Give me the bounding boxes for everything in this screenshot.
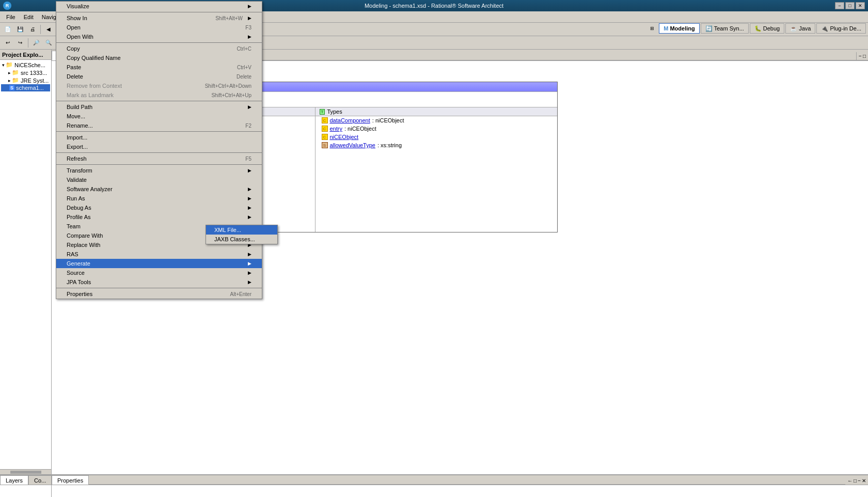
back-btn[interactable]: ◀ — [43, 24, 54, 35]
ctx-show-in-arrow: ▶ — [248, 15, 251, 21]
complex-icon-0: C — [322, 117, 328, 123]
ctx-mark-landmark-shortcut: Shift+Ctrl+Alt+Up — [211, 92, 251, 98]
ctx-delete-label: Delete — [67, 73, 83, 80]
ctx-remove-context-label: Remove from Context — [67, 83, 122, 89]
gen-item-jaxb[interactable]: JAXB Classes... — [206, 235, 277, 244]
jre-icon: 📁 — [12, 77, 19, 84]
context-menu[interactable]: Visualize ▶ Show In Shift+Alt+W ▶ Open F… — [56, 1, 262, 299]
ctx-open[interactable]: Open F3 — [56, 23, 262, 32]
save-btn[interactable]: 💾 — [14, 24, 26, 35]
ctx-show-in[interactable]: Show In Shift+Alt+W ▶ — [56, 13, 262, 23]
new-btn[interactable]: 📄 — [2, 24, 13, 35]
ctx-refresh[interactable]: Refresh F5 — [56, 154, 262, 163]
ctx-copy-qualified[interactable]: Copy Qualified Name — [56, 53, 262, 63]
ctx-source-label: Source — [67, 270, 85, 276]
ctx-jpa-tools-label: JPA Tools — [67, 279, 91, 285]
menu-file[interactable]: File — [2, 13, 20, 21]
project-tree[interactable]: ▾ 📁 NiCESche... ▸ 📁 src 1333... ▸ 📁 JRE … — [0, 60, 51, 469]
ctx-visualize[interactable]: Visualize ▶ — [56, 2, 262, 11]
tree-label-1: src 1333... — [21, 70, 47, 76]
ctx-copy[interactable]: Copy Ctrl+C — [56, 44, 262, 53]
zoom-in-btn[interactable]: 🔍 — [43, 37, 54, 49]
console-mini-tab[interactable]: Co... — [28, 475, 52, 485]
ctx-build-path[interactable]: Build Path ▶ — [56, 102, 262, 112]
ctx-rename-label: Rename... — [67, 122, 93, 129]
perspective-java[interactable]: ☕ Java — [785, 23, 815, 34]
perspective-plugin[interactable]: 🔌 Plug-in De... — [816, 23, 866, 34]
tree-item-src[interactable]: ▸ 📁 src 1333... — [1, 69, 50, 76]
types-icon: T — [320, 109, 325, 115]
restore-perspective-btn[interactable]: ⊞ — [646, 23, 658, 34]
ctx-debug-as[interactable]: Debug As ▶ — [56, 203, 262, 212]
left-panel-scrollbar[interactable] — [0, 469, 51, 474]
type-allowedvaluetype[interactable]: S allowedValueType : xs:string — [315, 141, 558, 149]
tree-label-3: schema1... — [16, 85, 44, 91]
type-link-niceobject[interactable]: niCEObject — [330, 134, 359, 140]
ctx-validate[interactable]: Validate — [56, 175, 262, 184]
ctx-run-as[interactable]: Run As ▶ — [56, 194, 262, 203]
zoom-out-btn[interactable]: 🔎 — [30, 37, 42, 49]
ctx-profile-as-arrow: ▶ — [248, 214, 251, 220]
ctx-move-label: Move... — [67, 113, 85, 119]
type-entry[interactable]: C entry : niCEObject — [315, 125, 558, 133]
properties-tab[interactable]: Properties — [52, 475, 89, 485]
java-icon: ☕ — [790, 25, 797, 32]
ctx-jpa-tools-arrow: ▶ — [248, 279, 251, 285]
editor-minimize-icon[interactable]: − — [859, 53, 862, 59]
ctx-profile-as[interactable]: Profile As ▶ — [56, 212, 262, 222]
editor-maximize-icon[interactable]: □ — [863, 53, 866, 59]
properties-close-icon[interactable]: ✕ — [862, 478, 866, 484]
menu-edit[interactable]: Edit — [20, 13, 38, 21]
ctx-open-with[interactable]: Open With ▶ — [56, 32, 262, 41]
complex-icon-1: C — [322, 126, 328, 132]
tree-item-niceschema[interactable]: ▾ 📁 NiCESche... — [1, 61, 50, 69]
ctx-mark-landmark: Mark as Landmark Shift+Ctrl+Alt+Up — [56, 90, 262, 100]
properties-maximize-icon[interactable]: − — [858, 478, 861, 484]
tree-item-jre[interactable]: ▸ 📁 JRE Syst... — [1, 76, 50, 84]
close-button[interactable]: ✕ — [856, 2, 865, 9]
ctx-move[interactable]: Move... — [56, 112, 262, 121]
gen-item-xml[interactable]: XML File... — [206, 225, 277, 235]
schema-file-icon: S — [9, 85, 14, 90]
redo-btn[interactable]: ↪ — [14, 37, 26, 49]
properties-restore-icon[interactable]: □ — [854, 478, 857, 484]
type-link-entry[interactable]: entry — [330, 126, 342, 132]
ctx-open-label: Open — [67, 24, 81, 30]
ctx-software-analyzer[interactable]: Software Analyzer ▶ — [56, 184, 262, 194]
plugin-icon: 🔌 — [821, 25, 828, 32]
type-niceobject[interactable]: C niCEObject — [315, 133, 558, 141]
layers-tab[interactable]: Layers — [0, 475, 28, 485]
tree-item-schema1[interactable]: S schema1... — [1, 84, 50, 91]
window-controls[interactable]: − □ ✕ — [835, 2, 865, 9]
ctx-transform[interactable]: Transform ▶ — [56, 166, 262, 175]
ctx-rename[interactable]: Rename... F2 — [56, 121, 262, 130]
ctx-source[interactable]: Source ▶ — [56, 268, 262, 277]
ctx-rename-shortcut: F2 — [245, 123, 251, 129]
ctx-import[interactable]: Import... — [56, 133, 262, 142]
ctx-paste[interactable]: Paste Ctrl+V — [56, 63, 262, 72]
perspective-modeling[interactable]: M Modeling — [659, 23, 699, 34]
generate-submenu[interactable]: XML File... JAXB Classes... — [206, 225, 278, 244]
type-datacomponent[interactable]: C dataComponent : niCEObject — [315, 116, 558, 125]
ctx-run-as-arrow: ▶ — [248, 196, 251, 201]
ctx-export[interactable]: Export... — [56, 142, 262, 151]
perspective-debug[interactable]: 🐛 Debug — [750, 23, 784, 34]
ctx-transform-label: Transform — [67, 167, 92, 174]
ctx-delete[interactable]: Delete Delete — [56, 72, 262, 81]
ctx-generate[interactable]: Generate ▶ — [56, 259, 262, 268]
window-title: Modeling - schema1.xsd - Rational® Softw… — [365, 3, 503, 9]
ctx-jpa-tools[interactable]: JPA Tools ▶ — [56, 277, 262, 287]
ctx-sep-5 — [56, 152, 262, 153]
minimize-button[interactable]: − — [835, 2, 844, 9]
properties-minimize-icon[interactable]: ← — [847, 478, 853, 484]
ctx-properties[interactable]: Properties Alt+Enter — [56, 289, 262, 299]
editor-controls[interactable]: − □ — [856, 52, 868, 60]
properties-tab-controls: ← □ − ✕ — [845, 477, 868, 485]
print-btn[interactable]: 🖨 — [27, 24, 38, 35]
perspective-team-sync[interactable]: 🔄 Team Syn... — [701, 23, 749, 34]
type-link-datacomponent[interactable]: dataComponent — [330, 117, 370, 123]
maximize-button[interactable]: □ — [845, 2, 855, 9]
ctx-ras[interactable]: RAS ▶ — [56, 250, 262, 259]
type-link-allowedvaluetype[interactable]: allowedValueType — [330, 142, 375, 148]
undo-btn[interactable]: ↩ — [2, 37, 13, 49]
